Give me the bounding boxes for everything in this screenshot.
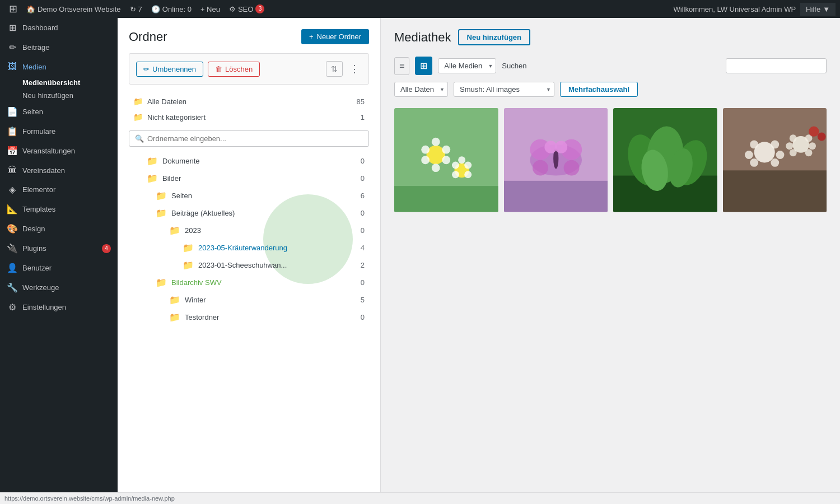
sidebar-item-elementor[interactable]: ◈ Elementor bbox=[0, 180, 118, 199]
vereinsdaten-icon: 🏛 bbox=[7, 165, 18, 175]
list-view-button[interactable]: ≡ bbox=[394, 57, 409, 75]
hilfe-button[interactable]: Hilfe ▼ bbox=[800, 3, 836, 16]
alle-medien-select[interactable]: Alle Medien bbox=[438, 58, 496, 73]
main-layout: ⊞ Dashboard ✏ Beiträge 🖼 Medien Medienüb… bbox=[0, 18, 840, 492]
new-item[interactable]: + Neu bbox=[196, 0, 225, 18]
sidebar-item-medien[interactable]: 🖼 Medien bbox=[0, 57, 118, 76]
sidebar-item-vereinsdaten[interactable]: 🏛 Vereinsdaten bbox=[0, 161, 118, 180]
wp-logo-item[interactable]: ⊞ bbox=[4, 0, 22, 18]
beitraege-icon: ✏ bbox=[7, 42, 18, 53]
media-item[interactable] bbox=[504, 108, 608, 212]
seo-label: SEO bbox=[238, 5, 253, 13]
sidebar-item-design[interactable]: 🎨 Design bbox=[0, 219, 118, 239]
neu-hinzufuegen-label: Neu hinzufügen bbox=[467, 33, 522, 41]
sidebar-item-label: Einstellungen bbox=[22, 303, 66, 311]
sidebar-item-label: Beiträge bbox=[22, 43, 49, 52]
folder-bilder[interactable]: 📁 Bilder 0 bbox=[129, 170, 369, 187]
wp-logo-icon: ⊞ bbox=[9, 3, 17, 15]
sidebar-sub-medienuebersicht[interactable]: Medienübersicht bbox=[0, 76, 118, 89]
smush-select[interactable]: Smush: All images bbox=[454, 82, 554, 97]
scheeschuhwan-label: 2023-01-Scheeschuhwan... bbox=[198, 261, 349, 269]
svg-point-4 bbox=[442, 146, 450, 154]
folder-search-input[interactable] bbox=[147, 134, 363, 143]
sidebar-sub-label: Medienübersicht bbox=[22, 78, 80, 87]
online-label: Online: 0 bbox=[162, 5, 192, 13]
more-icon: ⋮ bbox=[349, 63, 360, 74]
updates-item[interactable]: ↻ 7 bbox=[125, 0, 147, 18]
loeschen-button[interactable]: 🗑 Löschen bbox=[208, 62, 260, 77]
sidebar-item-einstellungen[interactable]: ⚙ Einstellungen bbox=[0, 297, 118, 317]
folder-all-files[interactable]: 📁 Alle Dateien 85 bbox=[129, 94, 369, 109]
beitraege-aktuelles-count: 0 bbox=[353, 209, 365, 217]
neuer-ordner-label: Neuer Ordner bbox=[317, 32, 361, 41]
sidebar-item-plugins[interactable]: 🔌 Plugins 4 bbox=[0, 239, 118, 258]
suchen-label: Suchen bbox=[502, 62, 526, 70]
smush-wrapper: Smush: All images bbox=[454, 82, 554, 97]
sidebar-item-seiten[interactable]: 📄 Seiten bbox=[0, 102, 118, 122]
elementor-icon: ◈ bbox=[7, 184, 18, 195]
media-search-input[interactable] bbox=[726, 58, 827, 73]
sidebar-item-dashboard[interactable]: ⊞ Dashboard bbox=[0, 18, 118, 38]
veranstaltungen-icon: 📅 bbox=[7, 146, 18, 156]
sidebar-item-werkzeuge[interactable]: 🔧 Werkzeuge bbox=[0, 278, 118, 297]
mehrfachauswahl-label: Mehrfachauswahl bbox=[568, 85, 629, 94]
seo-item[interactable]: ⚙ SEO 3 bbox=[225, 0, 269, 18]
grid-view-button[interactable]: ⊞ bbox=[415, 57, 432, 75]
media-item[interactable] bbox=[394, 108, 498, 212]
svg-point-42 bbox=[789, 134, 796, 142]
folder-scheeschuhwan[interactable]: 📁 2023-01-Scheeschuhwan... 2 bbox=[129, 256, 369, 274]
2023-count: 0 bbox=[353, 226, 365, 235]
sidebar-item-label: Vereinsdaten bbox=[22, 166, 65, 175]
alle-daten-select[interactable]: Alle Daten bbox=[394, 82, 448, 97]
folder-dokumente[interactable]: 📁 Dokumente 0 bbox=[129, 152, 369, 170]
plugins-icon: 🔌 bbox=[7, 243, 18, 254]
umbenennen-button[interactable]: ✏ Umbenennen bbox=[136, 62, 203, 77]
ordner-title: Ordner bbox=[129, 30, 167, 44]
folder-kraeuterwanderung[interactable]: 📁 2023-05-Kräuterwanderung 4 bbox=[129, 239, 369, 256]
grid-view-icon: ⊞ bbox=[420, 61, 427, 71]
scheeschuhwan-count: 2 bbox=[353, 261, 365, 269]
mehrfachauswahl-button[interactable]: Mehrfachauswahl bbox=[560, 82, 638, 97]
sidebar-item-beitraege[interactable]: ✏ Beiträge bbox=[0, 38, 118, 57]
sidebar-item-veranstaltungen[interactable]: 📅 Veranstaltungen bbox=[0, 141, 118, 161]
online-icon: 🕐 bbox=[151, 5, 160, 13]
folder-seiten[interactable]: 📁 Seiten 6 bbox=[129, 187, 369, 204]
sidebar-item-formulare[interactable]: 📋 Formulare bbox=[0, 122, 118, 141]
user-label-item[interactable]: Willkommen, LW Universal Admin WP bbox=[669, 0, 800, 18]
folder-nicht-kategorisiert[interactable]: 📁 Nicht kategorisiert 1 bbox=[129, 109, 369, 125]
home-icon: 🏠 bbox=[26, 5, 35, 13]
neuer-ordner-button[interactable]: + Neuer Ordner bbox=[301, 29, 369, 44]
neu-hinzufuegen-button[interactable]: Neu hinzufügen bbox=[458, 29, 531, 45]
folder-icon: 📁 bbox=[147, 173, 158, 184]
folder-winter[interactable]: 📁 Winter 5 bbox=[129, 291, 369, 309]
chevron-down-icon: ▼ bbox=[823, 5, 830, 13]
sidebar-item-templates[interactable]: 📐 Templates bbox=[0, 199, 118, 219]
sidebar-item-label: Design bbox=[22, 225, 45, 233]
folder-icon: 📁 bbox=[183, 242, 194, 253]
media-item[interactable] bbox=[723, 108, 827, 212]
folder-testordner[interactable]: 📁 Testordner 0 bbox=[129, 309, 369, 326]
bildarchiv-swv-count: 0 bbox=[353, 278, 365, 287]
ordner-header: Ordner + Neuer Ordner bbox=[129, 29, 369, 44]
sort-button[interactable]: ⇅ bbox=[326, 61, 343, 77]
benutzer-icon: 👤 bbox=[7, 263, 18, 273]
sidebar-sub-neu-hinzufuegen[interactable]: Neu hinzufügen bbox=[0, 89, 118, 102]
site-name-item[interactable]: 🏠 Demo Ortsverein Website bbox=[22, 0, 125, 18]
loeschen-label: Löschen bbox=[225, 65, 253, 73]
content-area: Ordner + Neuer Ordner ✏ Umbenennen 🗑 Lös… bbox=[118, 18, 840, 492]
more-button[interactable]: ⋮ bbox=[347, 60, 362, 77]
folder-2023[interactable]: 📁 2023 0 bbox=[129, 222, 369, 239]
svg-point-24 bbox=[554, 141, 567, 153]
online-item[interactable]: 🕐 Online: 0 bbox=[147, 0, 196, 18]
seo-icon: ⚙ bbox=[229, 5, 236, 13]
folder-beitraege-aktuelles[interactable]: 📁 Beiträge (Aktuelles) 0 bbox=[129, 204, 369, 222]
sidebar: ⊞ Dashboard ✏ Beiträge 🖼 Medien Medienüb… bbox=[0, 18, 118, 492]
media-item[interactable] bbox=[613, 108, 717, 212]
folder-bildarchiv-swv[interactable]: 📁 Bildarchiv SWV 0 bbox=[129, 274, 369, 291]
svg-point-6 bbox=[442, 156, 450, 164]
svg-point-12 bbox=[452, 171, 459, 178]
svg-point-49 bbox=[817, 133, 825, 141]
edit-icon: ✏ bbox=[143, 65, 150, 73]
sidebar-item-benutzer[interactable]: 👤 Benutzer bbox=[0, 258, 118, 278]
alle-daten-wrapper: Alle Daten bbox=[394, 82, 448, 97]
